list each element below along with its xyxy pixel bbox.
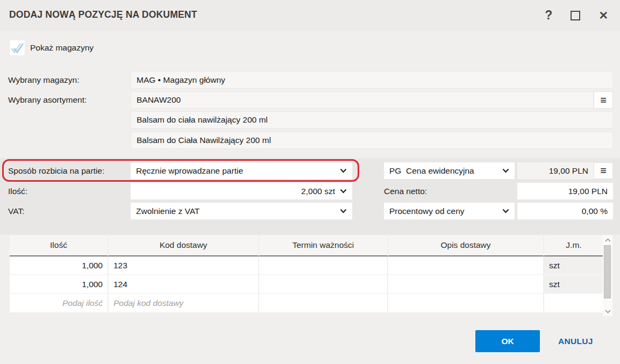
table-row: 1,000 123 szt [10,256,603,275]
show-warehouses-checkbox[interactable] [9,40,25,56]
price-group-value: Cena ewidencyjna [406,166,474,175]
new-quantity-input[interactable]: Podaj ilość [10,294,109,313]
scrollbar-thumb[interactable] [604,245,611,298]
discount-type-dropdown[interactable]: Procentowy od ceny [384,203,515,219]
scroll-down-icon[interactable] [603,306,612,316]
menu-icon: ≡ [600,165,607,177]
cell-unit: szt [544,275,603,294]
selected-warehouse-label: Wybrany magazyn: [8,72,80,89]
batches-table: Ilość Kod dostawy Termin ważności Opis d… [10,235,603,313]
group-price-field[interactable]: 19,00 PLN [517,162,594,179]
chevron-down-icon [502,209,509,213]
maximize-icon[interactable] [571,11,580,20]
chevron-down-icon [340,168,347,173]
selected-warehouse-value: MAG • Magazyn główny [137,75,225,85]
titlebar-icons: ? ✕ [545,0,608,31]
assortment-code-field[interactable]: BANAW200 [131,91,594,109]
add-position-dialog: DODAJ NOWĄ POZYCJĘ NA DOKUMENT ? ✕ Pokaż… [0,0,620,364]
net-price-label: Cena netto: [384,183,427,199]
double-check-icon [10,42,24,54]
net-price-field[interactable]: 19,00 PLN [517,183,613,199]
help-icon[interactable]: ? [545,8,552,23]
batch-split-dropdown[interactable]: Ręcznie wprowadzane partie [131,162,352,179]
batch-split-label: Sposób rozbicia na partie: [8,162,104,179]
new-expiry-date-input[interactable] [259,294,388,313]
group-price-value: 19,00 PLN [549,166,588,176]
col-header-delivery-code[interactable]: Kod dostawy [109,235,259,256]
assortment-name1-field[interactable]: Balsam do ciała nawilżający 200 ml [131,111,613,129]
assortment-code-value: BANAW200 [137,95,181,105]
ok-button[interactable]: OK [475,330,540,352]
show-warehouses-label: Pokaż magazyny [30,43,94,53]
table-row: 1,000 124 szt [10,275,603,294]
assortment-name2-field[interactable]: Balsam do Ciała Nawilżający 200 ml [131,132,613,149]
cell-unit: szt [544,256,603,275]
title-bar: DODAJ NOWĄ POZYCJĘ NA DOKUMENT ? ✕ [0,0,620,31]
discount-amount-value: 0,00 % [582,206,608,216]
table-header-row: Ilość Kod dostawy Termin ważności Opis d… [10,235,603,256]
col-header-delivery-desc[interactable]: Opis dostawy [388,235,544,256]
show-warehouses-row: Pokaż magazyny [9,40,94,56]
cell-delivery-code[interactable]: 123 [109,256,259,275]
new-unit-cell [544,294,603,313]
chevron-down-icon [340,189,347,194]
cell-quantity[interactable]: 1,000 [10,256,109,275]
new-delivery-desc-input[interactable] [388,294,544,313]
cancel-button[interactable]: ANULUJ [558,330,593,352]
table-scrollbar[interactable] [603,235,612,316]
close-icon[interactable]: ✕ [598,9,608,22]
menu-icon: ≡ [600,94,607,106]
col-header-unit[interactable]: J.m. [544,235,603,256]
table-new-row: Podaj ilość Podaj kod dostawy [10,294,603,313]
assortment-name2-value: Balsam do Ciała Nawilżający 200 ml [137,135,271,145]
price-group-text: PG Cena ewidencyjna [389,166,474,176]
cell-delivery-code[interactable]: 124 [109,275,259,294]
assortment-name1-value: Balsam do ciała nawilżający 200 ml [137,115,268,125]
col-header-expiry-date[interactable]: Termin ważności [259,235,388,256]
quantity-stepper[interactable]: 2,000 szt [131,183,352,199]
col-header-quantity[interactable]: Ilość [10,235,109,256]
price-menu-button[interactable]: ≡ [594,162,613,179]
assortment-menu-button[interactable]: ≡ [594,91,613,109]
net-price-value: 19,00 PLN [568,187,608,196]
discount-amount-field[interactable]: 0,00 % [517,203,613,219]
price-group-prefix: PG [389,166,401,175]
discount-type-value: Procentowy od ceny [389,206,465,216]
quantity-value: 2,000 szt [301,187,335,196]
cell-quantity[interactable]: 1,000 [10,275,109,294]
scroll-up-icon[interactable] [603,235,612,245]
selected-warehouse-field[interactable]: MAG • Magazyn główny [131,72,613,89]
chevron-down-icon [340,209,347,213]
cell-delivery-desc[interactable] [388,256,544,275]
vat-value: Zwolnienie z VAT [136,206,199,216]
batch-split-value: Ręcznie wprowadzane partie [136,166,243,176]
cell-expiry-date[interactable] [259,275,388,294]
price-group-dropdown[interactable]: PG Cena ewidencyjna [384,162,515,179]
selected-assortment-label: Wybrany asortyment: [8,91,87,109]
cell-expiry-date[interactable] [259,256,388,275]
vat-dropdown[interactable]: Zwolnienie z VAT [131,203,352,219]
dialog-title: DODAJ NOWĄ POZYCJĘ NA DOKUMENT [9,9,197,20]
vat-label: VAT: [8,203,24,219]
new-delivery-code-input[interactable]: Podaj kod dostawy [109,294,259,313]
quantity-label: Ilość: [8,183,27,199]
cell-delivery-desc[interactable] [388,275,544,294]
chevron-down-icon [502,168,509,173]
